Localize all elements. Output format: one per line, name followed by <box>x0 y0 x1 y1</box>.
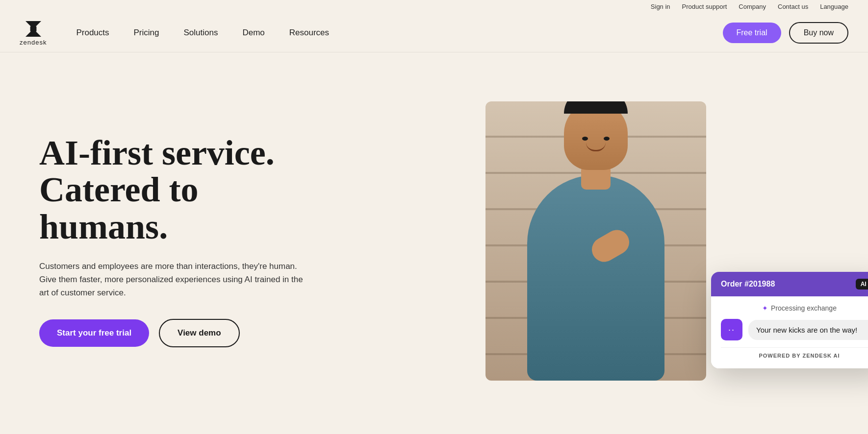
powered-by-label: POWERED BY ZENDESK AI <box>721 347 868 361</box>
bot-dots: ·· <box>728 325 735 335</box>
free-trial-button[interactable]: Free trial <box>723 23 781 43</box>
product-support-link[interactable]: Product support <box>682 3 727 10</box>
order-number: Order #201988 <box>721 280 775 289</box>
hero-headline: AI-first service. Catered to humans. <box>39 135 324 246</box>
logo[interactable]: zendesk <box>20 19 47 46</box>
processing-label: Processing exchange <box>771 304 837 312</box>
buy-now-button[interactable]: Buy now <box>789 22 848 44</box>
headline-line2: Catered to <box>39 170 199 209</box>
solutions-nav[interactable]: Solutions <box>183 28 218 38</box>
view-demo-button[interactable]: View demo <box>159 319 240 347</box>
navbar: zendesk Products Pricing Solutions Demo … <box>0 13 868 52</box>
processing-status: ✦ Processing exchange <box>721 304 868 312</box>
hero-left: AI-first service. Catered to humans. Cus… <box>39 135 343 347</box>
logo-text: zendesk <box>20 39 47 46</box>
chat-message-row: ·· Your new kicks are on the way! <box>721 319 868 340</box>
pricing-nav[interactable]: Pricing <box>134 28 159 38</box>
chat-bubble: Your new kicks are on the way! <box>748 320 868 340</box>
language-link[interactable]: Language <box>820 3 848 10</box>
hero-section: AI-first service. Catered to humans. Cus… <box>0 52 868 420</box>
hero-subtext: Customers and employees are more than in… <box>39 260 304 300</box>
products-nav[interactable]: Products <box>76 28 109 38</box>
headline-line1: AI-first service. <box>39 133 275 172</box>
processing-icon: ✦ <box>762 304 768 312</box>
headline-line3: humans. <box>39 207 168 246</box>
contact-link[interactable]: Contact us <box>778 3 808 10</box>
nav-actions: Free trial Buy now <box>723 22 849 44</box>
resources-nav[interactable]: Resources <box>289 28 329 38</box>
chat-card-header: Order #201988 AI ✦ <box>711 272 868 296</box>
chat-card-body: ✦ Processing exchange ·· Your new kicks … <box>711 296 868 368</box>
nav-links: Products Pricing Solutions Demo Resource… <box>76 28 722 38</box>
demo-nav[interactable]: Demo <box>242 28 264 38</box>
svg-rect-2 <box>30 26 36 31</box>
hero-right: Order #201988 AI ✦ ✦ Processing exchange… <box>343 99 848 383</box>
hero-buttons: Start your free trial View demo <box>39 319 324 347</box>
start-trial-button[interactable]: Start your free trial <box>39 319 149 347</box>
company-link[interactable]: Company <box>739 3 766 10</box>
ai-badge: AI ✦ <box>856 279 868 289</box>
signin-link[interactable]: Sign in <box>651 3 670 10</box>
bot-avatar: ·· <box>721 319 742 340</box>
hero-image <box>485 101 706 381</box>
chat-card: Order #201988 AI ✦ ✦ Processing exchange… <box>711 272 868 368</box>
top-bar: Sign in Product support Company Contact … <box>0 0 868 13</box>
